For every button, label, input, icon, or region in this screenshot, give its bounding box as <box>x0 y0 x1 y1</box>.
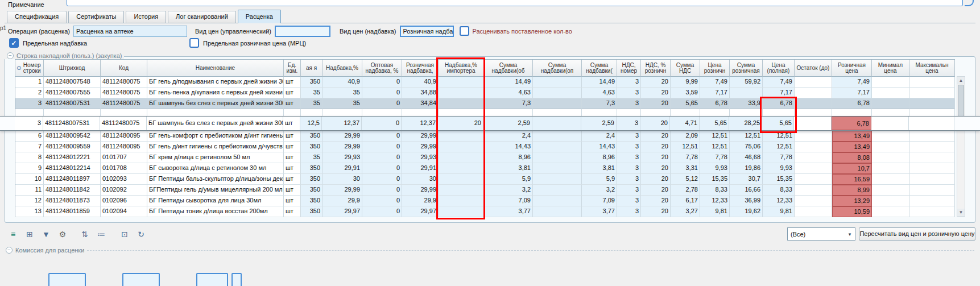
cell-limit[interactable]: 350 <box>301 163 322 174</box>
cell-barcode[interactable]: 4811248007531 <box>43 117 100 130</box>
cell-markup-sum-op[interactable] <box>533 206 582 217</box>
price-kind-markup-field[interactable]: Розничная надбав <box>400 26 454 37</box>
cell-vat-sum[interactable]: 3,31 <box>671 163 700 174</box>
vertical-scrollbar[interactable]: ▲ ▼ <box>957 76 965 217</box>
cell-markup-sum-ob[interactable]: 2,59 <box>483 117 532 130</box>
collapse-icon[interactable]: − <box>6 247 13 254</box>
cell-name[interactable]: БГ гель-комфорт с пребиотиком д/инт гиги… <box>147 131 284 142</box>
cell-vat-sum[interactable]: 2,78 <box>671 185 700 196</box>
table-row[interactable]: 1148112480118420102092БГПептиды гель д/у… <box>15 185 955 196</box>
cell-wholesale-markup[interactable]: 0 <box>362 152 402 163</box>
cell-limit[interactable]: 350 <box>301 77 322 88</box>
cell-remainder[interactable] <box>795 142 832 152</box>
cell-sum-retail[interactable]: 46,68 <box>730 152 763 163</box>
cell-wholesale-markup[interactable]: 0 <box>362 206 402 217</box>
cell-markup-sum[interactable]: 3,77 <box>582 206 617 217</box>
cell-barcode[interactable]: 4811248011859 <box>44 206 101 217</box>
table-row[interactable]: 7481124800955948112480095БГ гель д/инт г… <box>15 142 955 152</box>
cell-num[interactable]: 3 <box>15 98 44 109</box>
cell-wholesale-markup[interactable]: 0 <box>362 88 402 98</box>
column-header-markup-sum-op[interactable]: Сумма надбавки(оп <box>533 60 582 77</box>
cell-markup-sum-ob[interactable]: 3,81 <box>484 163 533 174</box>
cell-sum-retail[interactable]: 75,06 <box>730 142 763 152</box>
cell-wholesale-markup[interactable]: 0 <box>362 185 402 196</box>
cell-vat-sum[interactable]: 5,12 <box>671 174 700 185</box>
cell-barcode[interactable]: 4811248007531 <box>44 98 101 109</box>
cell-importer-markup[interactable] <box>439 142 484 152</box>
cell-vat-sum[interactable]: 2,09 <box>671 131 700 142</box>
cell-remainder[interactable] <box>795 98 832 109</box>
cell-vat-pct[interactable]: 20 <box>641 163 671 174</box>
cell-wholesale-markup[interactable]: 0 <box>362 98 402 109</box>
cell-limit[interactable]: 350 <box>301 174 322 185</box>
rate-supplied-qty-checkbox[interactable] <box>460 26 469 36</box>
cell-importer-markup[interactable] <box>439 98 484 109</box>
cell-unit[interactable]: шт <box>284 174 301 185</box>
cell-num[interactable]: 8 <box>15 152 44 163</box>
cell-max-price[interactable] <box>909 196 955 206</box>
limit-retail-price-checkbox[interactable] <box>189 38 199 48</box>
tab-scan-log[interactable]: Лог сканирований <box>168 11 236 23</box>
column-header-limit[interactable]: ая я <box>301 60 322 77</box>
cell-markup[interactable]: 29,91 <box>322 163 362 174</box>
table-row[interactable]: 1481124800754848112480075БГ гель д/подмы… <box>15 77 955 88</box>
cell-markup-sum-op[interactable] <box>533 98 582 109</box>
cell-unit[interactable]: шт <box>284 185 301 196</box>
cell-retail-markup[interactable]: 29,91 <box>402 163 439 174</box>
cell-unit[interactable]: шт <box>284 88 301 98</box>
cell-num[interactable]: 10 <box>15 174 44 185</box>
cell-markup-sum[interactable]: 14,43 <box>582 142 617 152</box>
cell-price-retail[interactable]: 15,35 <box>700 174 730 185</box>
column-header-vat-sum[interactable]: Сумма НДС <box>671 60 700 77</box>
cell-vat-sum[interactable]: 5,65 <box>671 98 700 109</box>
cell-price_full[interactable]: 9,93 <box>763 163 795 174</box>
cell-remainder[interactable] <box>795 174 832 185</box>
cell-markup-sum-op[interactable] <box>533 163 582 174</box>
cell-price_full[interactable]: 7,78 <box>763 152 795 163</box>
commission-field-4[interactable] <box>231 273 242 286</box>
column-header-wholesale-markup[interactable]: Оптовая надбавка, % <box>362 60 402 77</box>
cell-retail-markup[interactable]: 29,9 <box>402 196 439 206</box>
cell-max-price[interactable] <box>909 142 955 152</box>
cell-unit[interactable]: шт <box>284 152 301 163</box>
cell-vat-pct[interactable]: 20 <box>641 142 671 152</box>
cell-retail-markup[interactable]: 29,97 <box>402 206 439 217</box>
column-header-num[interactable]: ⊙Номер строки <box>15 60 44 77</box>
cell-num[interactable]: 3 <box>15 117 43 130</box>
cell-vat-pct[interactable]: 20 <box>641 185 671 196</box>
cell-vat-pct[interactable]: 20 <box>641 206 671 217</box>
column-header-sum-retail[interactable]: Сумма розничная <box>730 60 763 77</box>
cell-price_full[interactable]: 8,33 <box>763 185 795 196</box>
column-header-price-retail[interactable]: Цена розничн <box>700 60 730 77</box>
cell-markup-sum[interactable]: 2,4 <box>582 131 617 142</box>
cell-markup-sum[interactable]: 3,81 <box>582 163 617 174</box>
filter-select[interactable]: (Все) ▾ <box>787 227 855 241</box>
column-header-barcode[interactable]: Штрихкод <box>44 60 101 77</box>
cell-markup-sum-op[interactable] <box>533 152 582 163</box>
cell-max-price[interactable] <box>909 185 955 196</box>
cell-barcode[interactable]: 4811248012221 <box>44 152 101 163</box>
cell-vat-pct[interactable]: 20 <box>640 117 670 130</box>
cell-max-price[interactable] <box>909 206 955 217</box>
cell-num[interactable]: 7 <box>15 142 44 152</box>
cell-price-retail[interactable]: 8,33 <box>700 185 730 196</box>
cell-wholesale-markup[interactable]: 0 <box>362 131 402 142</box>
table-row[interactable]: 1248112480118730102096БГ Пептиды сыворот… <box>15 196 955 206</box>
cell-vat-num[interactable]: 3 <box>617 117 640 130</box>
cell-vat-pct[interactable]: 20 <box>641 131 671 142</box>
cell-barcode[interactable]: 4811248011897 <box>44 174 101 185</box>
cell-code[interactable]: 48112480075 <box>101 98 147 109</box>
cell-markup-sum-op[interactable] <box>532 117 581 130</box>
cell-max-price[interactable] <box>909 174 955 185</box>
cell-num[interactable]: 9 <box>15 163 44 174</box>
cell-min-price[interactable] <box>872 185 909 196</box>
cell-sum-retail[interactable]: 59,92 <box>730 77 763 88</box>
cell-retail-markup[interactable]: 29,99 <box>402 185 439 196</box>
cell-importer-markup[interactable] <box>439 77 484 88</box>
cell-name[interactable]: БГ шампунь без слез с первых дней жизни … <box>147 98 284 109</box>
menu-icon[interactable]: ≡ <box>6 227 20 241</box>
cell-wholesale-markup[interactable]: 0 <box>362 117 402 130</box>
list-icon[interactable]: ≔ <box>94 227 109 241</box>
cell-price_full[interactable]: 5,65 <box>762 117 794 130</box>
commission-field-1[interactable] <box>48 273 86 286</box>
